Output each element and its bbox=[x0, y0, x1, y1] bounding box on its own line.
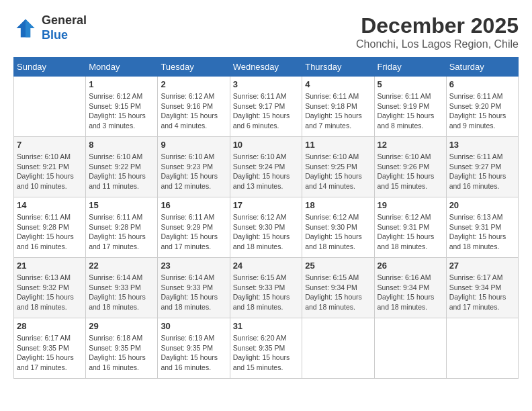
day-number: 30 bbox=[161, 321, 226, 331]
svg-marker-1 bbox=[26, 19, 35, 37]
day-number: 25 bbox=[305, 261, 371, 271]
day-info: Sunrise: 6:10 AMSunset: 9:23 PMDaylight:… bbox=[161, 152, 226, 191]
day-info: Sunrise: 6:11 AMSunset: 9:18 PMDaylight:… bbox=[305, 91, 371, 131]
day-number: 26 bbox=[378, 261, 443, 271]
calendar-cell: 8Sunrise: 6:10 AMSunset: 9:22 PMDaylight… bbox=[86, 137, 158, 197]
weekday-header-friday: Friday bbox=[374, 58, 446, 77]
day-info: Sunrise: 6:14 AMSunset: 9:33 PMDaylight:… bbox=[89, 273, 154, 312]
calendar-cell: 9Sunrise: 6:10 AMSunset: 9:23 PMDaylight… bbox=[158, 137, 230, 197]
day-number: 8 bbox=[89, 140, 154, 150]
day-info: Sunrise: 6:14 AMSunset: 9:33 PMDaylight:… bbox=[161, 273, 226, 312]
calendar-cell: 17Sunrise: 6:12 AMSunset: 9:30 PMDayligh… bbox=[230, 197, 302, 258]
calendar-cell: 18Sunrise: 6:12 AMSunset: 9:30 PMDayligh… bbox=[302, 197, 374, 258]
day-number: 19 bbox=[378, 200, 443, 210]
logo: General Blue bbox=[13, 13, 87, 42]
day-number: 16 bbox=[161, 200, 226, 210]
logo-icon bbox=[13, 16, 38, 40]
day-info: Sunrise: 6:12 AMSunset: 9:16 PMDaylight:… bbox=[161, 91, 226, 131]
day-number: 2 bbox=[161, 79, 226, 89]
day-number: 5 bbox=[378, 79, 443, 89]
logo-blue: Blue bbox=[42, 28, 68, 42]
day-number: 14 bbox=[17, 200, 83, 210]
calendar-week-1: 1Sunrise: 6:12 AMSunset: 9:15 PMDaylight… bbox=[14, 77, 519, 137]
day-number: 6 bbox=[449, 79, 515, 89]
day-number: 12 bbox=[378, 140, 443, 150]
calendar-cell: 7Sunrise: 6:10 AMSunset: 9:21 PMDaylight… bbox=[14, 137, 86, 197]
day-info: Sunrise: 6:13 AMSunset: 9:31 PMDaylight:… bbox=[449, 212, 515, 252]
calendar-cell: 10Sunrise: 6:10 AMSunset: 9:24 PMDayligh… bbox=[230, 137, 302, 197]
calendar-cell: 19Sunrise: 6:12 AMSunset: 9:31 PMDayligh… bbox=[374, 197, 446, 258]
title-section: December 2025 Chonchi, Los Lagos Region,… bbox=[356, 13, 519, 50]
day-number: 13 bbox=[449, 140, 515, 150]
calendar-cell: 29Sunrise: 6:18 AMSunset: 9:35 PMDayligh… bbox=[86, 318, 158, 379]
month-title: December 2025 bbox=[356, 13, 519, 38]
day-info: Sunrise: 6:17 AMSunset: 9:34 PMDaylight:… bbox=[449, 273, 515, 312]
calendar-header-row: SundayMondayTuesdayWednesdayThursdayFrid… bbox=[14, 58, 519, 77]
day-info: Sunrise: 6:12 AMSunset: 9:31 PMDaylight:… bbox=[378, 212, 443, 252]
calendar-cell: 11Sunrise: 6:10 AMSunset: 9:25 PMDayligh… bbox=[302, 137, 374, 197]
calendar-cell: 14Sunrise: 6:11 AMSunset: 9:28 PMDayligh… bbox=[14, 197, 86, 258]
day-number: 29 bbox=[89, 321, 154, 331]
day-info: Sunrise: 6:11 AMSunset: 9:27 PMDaylight:… bbox=[449, 152, 515, 191]
calendar-cell: 6Sunrise: 6:11 AMSunset: 9:20 PMDaylight… bbox=[446, 77, 518, 137]
calendar-body: 1Sunrise: 6:12 AMSunset: 9:15 PMDaylight… bbox=[14, 77, 519, 379]
weekday-header-monday: Monday bbox=[86, 58, 158, 77]
day-number: 15 bbox=[89, 200, 154, 210]
page-header: General Blue December 2025 Chonchi, Los … bbox=[13, 13, 519, 50]
calendar-week-2: 7Sunrise: 6:10 AMSunset: 9:21 PMDaylight… bbox=[14, 137, 519, 197]
calendar-week-4: 21Sunrise: 6:13 AMSunset: 9:32 PMDayligh… bbox=[14, 258, 519, 318]
calendar-cell: 12Sunrise: 6:10 AMSunset: 9:26 PMDayligh… bbox=[374, 137, 446, 197]
day-info: Sunrise: 6:11 AMSunset: 9:17 PMDaylight:… bbox=[233, 91, 300, 131]
weekday-header-thursday: Thursday bbox=[302, 58, 374, 77]
day-number: 4 bbox=[305, 79, 371, 89]
calendar-cell: 21Sunrise: 6:13 AMSunset: 9:32 PMDayligh… bbox=[14, 258, 86, 318]
calendar-table: SundayMondayTuesdayWednesdayThursdayFrid… bbox=[13, 57, 519, 379]
calendar-cell: 3Sunrise: 6:11 AMSunset: 9:17 PMDaylight… bbox=[230, 77, 302, 137]
calendar-cell: 23Sunrise: 6:14 AMSunset: 9:33 PMDayligh… bbox=[158, 258, 230, 318]
calendar-cell: 27Sunrise: 6:17 AMSunset: 9:34 PMDayligh… bbox=[446, 258, 518, 318]
calendar-cell: 5Sunrise: 6:11 AMSunset: 9:19 PMDaylight… bbox=[374, 77, 446, 137]
day-info: Sunrise: 6:15 AMSunset: 9:33 PMDaylight:… bbox=[233, 273, 300, 312]
weekday-header-saturday: Saturday bbox=[446, 58, 518, 77]
day-number: 1 bbox=[89, 79, 154, 89]
day-number: 11 bbox=[305, 140, 371, 150]
day-info: Sunrise: 6:11 AMSunset: 9:19 PMDaylight:… bbox=[378, 91, 443, 131]
location-title: Chonchi, Los Lagos Region, Chile bbox=[356, 38, 519, 50]
day-info: Sunrise: 6:11 AMSunset: 9:20 PMDaylight:… bbox=[449, 91, 515, 131]
weekday-header-wednesday: Wednesday bbox=[230, 58, 302, 77]
day-info: Sunrise: 6:12 AMSunset: 9:30 PMDaylight:… bbox=[233, 212, 300, 252]
day-number: 27 bbox=[449, 261, 515, 271]
weekday-header-sunday: Sunday bbox=[14, 58, 86, 77]
day-info: Sunrise: 6:11 AMSunset: 9:28 PMDaylight:… bbox=[89, 212, 154, 252]
day-number: 10 bbox=[233, 140, 300, 150]
day-number: 9 bbox=[161, 140, 226, 150]
day-info: Sunrise: 6:10 AMSunset: 9:25 PMDaylight:… bbox=[305, 152, 371, 191]
calendar-cell bbox=[14, 77, 86, 137]
calendar-cell: 2Sunrise: 6:12 AMSunset: 9:16 PMDaylight… bbox=[158, 77, 230, 137]
day-info: Sunrise: 6:20 AMSunset: 9:35 PMDaylight:… bbox=[233, 333, 300, 373]
calendar-cell: 22Sunrise: 6:14 AMSunset: 9:33 PMDayligh… bbox=[86, 258, 158, 318]
day-number: 20 bbox=[449, 200, 515, 210]
day-number: 24 bbox=[233, 261, 300, 271]
day-info: Sunrise: 6:10 AMSunset: 9:21 PMDaylight:… bbox=[17, 152, 83, 191]
calendar-cell bbox=[302, 318, 374, 379]
calendar-cell: 30Sunrise: 6:19 AMSunset: 9:35 PMDayligh… bbox=[158, 318, 230, 379]
day-info: Sunrise: 6:10 AMSunset: 9:24 PMDaylight:… bbox=[233, 152, 300, 191]
day-number: 3 bbox=[233, 79, 300, 89]
day-info: Sunrise: 6:10 AMSunset: 9:22 PMDaylight:… bbox=[89, 152, 154, 191]
day-info: Sunrise: 6:12 AMSunset: 9:30 PMDaylight:… bbox=[305, 212, 371, 252]
day-number: 23 bbox=[161, 261, 226, 271]
day-info: Sunrise: 6:16 AMSunset: 9:34 PMDaylight:… bbox=[378, 273, 443, 312]
calendar-week-5: 28Sunrise: 6:17 AMSunset: 9:35 PMDayligh… bbox=[14, 318, 519, 379]
weekday-header-tuesday: Tuesday bbox=[158, 58, 230, 77]
calendar-cell: 13Sunrise: 6:11 AMSunset: 9:27 PMDayligh… bbox=[446, 137, 518, 197]
day-info: Sunrise: 6:10 AMSunset: 9:26 PMDaylight:… bbox=[378, 152, 443, 191]
day-number: 7 bbox=[17, 140, 83, 150]
calendar-cell bbox=[374, 318, 446, 379]
day-info: Sunrise: 6:11 AMSunset: 9:28 PMDaylight:… bbox=[17, 212, 83, 252]
day-number: 28 bbox=[17, 321, 83, 331]
day-number: 22 bbox=[89, 261, 154, 271]
calendar-cell: 15Sunrise: 6:11 AMSunset: 9:28 PMDayligh… bbox=[86, 197, 158, 258]
day-info: Sunrise: 6:19 AMSunset: 9:35 PMDaylight:… bbox=[161, 333, 226, 373]
day-info: Sunrise: 6:17 AMSunset: 9:35 PMDaylight:… bbox=[17, 333, 83, 373]
